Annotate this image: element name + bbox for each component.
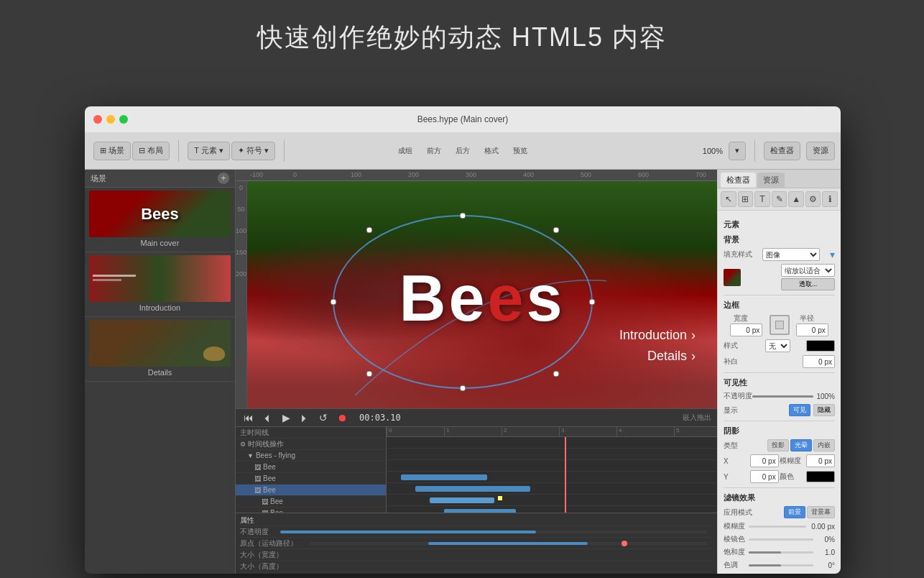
element-btn[interactable]: T 元素 ▾ xyxy=(188,142,230,160)
opacity-slider-container xyxy=(752,395,813,398)
nav-details[interactable]: Details › xyxy=(619,346,696,367)
grainy-slider[interactable] xyxy=(749,538,813,541)
border-color-swatch[interactable] xyxy=(806,340,835,352)
close-button[interactable] xyxy=(93,115,102,124)
kf-diamond-bee3 xyxy=(498,496,502,500)
divider-1 xyxy=(724,295,835,295)
prop-height: 大小（高度） xyxy=(240,561,713,572)
sat-slider[interactable] xyxy=(749,551,813,554)
divider-3 xyxy=(724,421,835,421)
zoom-btn[interactable]: ▾ xyxy=(729,142,746,160)
shadow-glow-btn[interactable]: 光晕 xyxy=(790,439,812,451)
tool-info[interactable]: ℹ xyxy=(822,191,838,207)
track-action[interactable]: ⚙ 时间线操作 xyxy=(236,439,386,450)
preview-btn[interactable]: 预览 xyxy=(513,146,527,156)
scene-item-main-cover[interactable]: Bees Main cover xyxy=(85,188,235,252)
row-fill-style: 填充样式 图像 纯色 渐变 ▾ xyxy=(724,248,835,261)
right-panel: 检查器 资源 ↖ ⊞ T ✎ ▲ ⚙ ℹ 元素 背景 填充样式 xyxy=(717,170,841,574)
shadow-x-label: X xyxy=(724,457,749,465)
shadow-blur-input[interactable] xyxy=(806,454,835,467)
row-opacity: 不透明度 100% xyxy=(724,391,835,401)
minimize-button[interactable] xyxy=(106,115,115,124)
track-bee-3-selected[interactable]: 🖼 Bee xyxy=(236,485,386,496)
loop-btn[interactable]: ↺ xyxy=(316,412,331,423)
row-visibility-btns: 显示 可见 隐藏 xyxy=(724,404,835,416)
canvas-wrapper[interactable]: Bees Introduction › Details › xyxy=(247,181,717,408)
scenes-label: 场景 xyxy=(91,173,106,184)
filter-blur-value: 0.00 px xyxy=(806,523,835,531)
visible-btn[interactable]: 可见 xyxy=(789,404,810,416)
scene-item-introduction[interactable]: Introduction xyxy=(85,252,235,317)
nav-introduction[interactable]: Introduction › xyxy=(619,325,696,346)
resources-btn[interactable]: 资源 xyxy=(806,142,835,160)
maximize-button[interactable] xyxy=(119,115,128,124)
shadow-color-swatch[interactable] xyxy=(806,471,835,482)
back-btn[interactable]: 后方 xyxy=(456,146,470,156)
play-btn[interactable]: ▶ xyxy=(279,412,293,423)
row-border-padding: 补白 xyxy=(724,355,835,368)
tool-pen[interactable]: ✎ xyxy=(772,191,787,207)
scene-view-btn[interactable]: ⊞ 场景 xyxy=(93,142,131,160)
track-bees-flying[interactable]: ▼ Bees - flying xyxy=(236,450,386,462)
border-radius-input[interactable] xyxy=(796,324,828,336)
filter-fg-btn[interactable]: 前景 xyxy=(784,506,805,518)
shadow-drop-btn[interactable]: 投影 xyxy=(767,439,789,451)
border-padding-input[interactable] xyxy=(803,355,835,368)
shadow-x-input[interactable] xyxy=(750,454,779,467)
filter-sat-value: 1.0 xyxy=(813,549,835,556)
row-filter-mode: 应用模式 前景 背景幕 xyxy=(724,506,835,518)
track-bee-5[interactable]: 🖼 Bee xyxy=(236,508,386,513)
shadow-inner-btn[interactable]: 内嵌 xyxy=(813,439,835,451)
track-bee-4[interactable]: 🖼 Bee xyxy=(236,496,386,508)
track-bee-2[interactable]: 🖼 Bee xyxy=(236,473,386,485)
tool-settings[interactable]: ⚙ xyxy=(805,191,821,207)
scene-item-details[interactable]: Details xyxy=(85,317,235,382)
kf-bar-bee1 xyxy=(401,474,487,480)
track-label-bee-2: Bee xyxy=(263,474,276,482)
hue-slider[interactable] xyxy=(749,564,813,566)
border-width-input[interactable] xyxy=(730,324,762,336)
kf-track-header xyxy=(387,437,717,449)
scene-thumb-2 xyxy=(89,255,231,302)
fit-timeline-label: 嵌入拖出 xyxy=(683,413,711,423)
step-fwd-btn[interactable]: ⏵ xyxy=(297,412,312,423)
tab-inspector[interactable]: 检查器 xyxy=(721,173,756,188)
add-scene-button[interactable]: + xyxy=(218,173,229,184)
step-back-btn[interactable]: ⏴ xyxy=(260,412,274,423)
border-left-col: 宽度 xyxy=(724,313,770,336)
symbol-btn[interactable]: ✦ 符号 ▾ xyxy=(231,142,275,160)
transparent-btn[interactable]: 透取... xyxy=(781,278,835,290)
group-btn[interactable]: 成组 xyxy=(398,146,412,156)
border-style-label: 样式 xyxy=(724,341,749,351)
tool-layers[interactable]: ⊞ xyxy=(738,191,754,207)
kf-track-bee3 xyxy=(387,495,717,506)
tab-resources[interactable]: 资源 xyxy=(757,173,785,188)
blur-slider[interactable] xyxy=(749,526,806,528)
fill-style-select[interactable]: 图像 纯色 渐变 xyxy=(762,248,820,261)
format-btn[interactable]: 格式 xyxy=(484,146,499,156)
main-content: 场景 + Bees Main cover xyxy=(85,170,841,574)
canvas-bees-r: e xyxy=(487,262,526,334)
border-style-select[interactable]: 无 xyxy=(765,339,790,352)
scene-intro-lines xyxy=(93,275,136,283)
track-bee-1[interactable]: 🖼 Bee xyxy=(236,462,386,473)
opacity-slider[interactable] xyxy=(752,395,813,398)
tool-shape[interactable]: ▲ xyxy=(788,191,804,207)
tool-text[interactable]: T xyxy=(754,191,770,207)
filter-bg-btn[interactable]: 背景幕 xyxy=(807,506,835,518)
nav-details-arrow: › xyxy=(691,349,696,364)
jump-start-btn[interactable]: ⏮ xyxy=(241,412,256,423)
layout-view-btn[interactable]: ⊟ 布局 xyxy=(132,142,170,160)
timeline-main: 主时间线 ⚙ 时间线操作 ▼ Bees - flying 🖼 Bee xyxy=(236,427,717,513)
tool-cursor[interactable]: ↖ xyxy=(721,191,736,207)
border-radius-label: 半径 xyxy=(800,313,825,324)
front-btn[interactable]: 前方 xyxy=(427,146,441,156)
shadow-y-input[interactable] xyxy=(750,470,779,483)
fit-select[interactable]: 缩放以适合 xyxy=(781,264,835,277)
hidden-btn[interactable]: 隐藏 xyxy=(813,404,835,416)
main-canvas[interactable]: Bees Introduction › Details › xyxy=(247,181,717,408)
row-border-style: 样式 无 xyxy=(724,339,835,352)
record-btn[interactable]: ⏺ xyxy=(335,412,349,423)
inspector-btn[interactable]: 检查器 xyxy=(764,142,800,160)
section-shadow: 阴影 xyxy=(724,426,835,436)
